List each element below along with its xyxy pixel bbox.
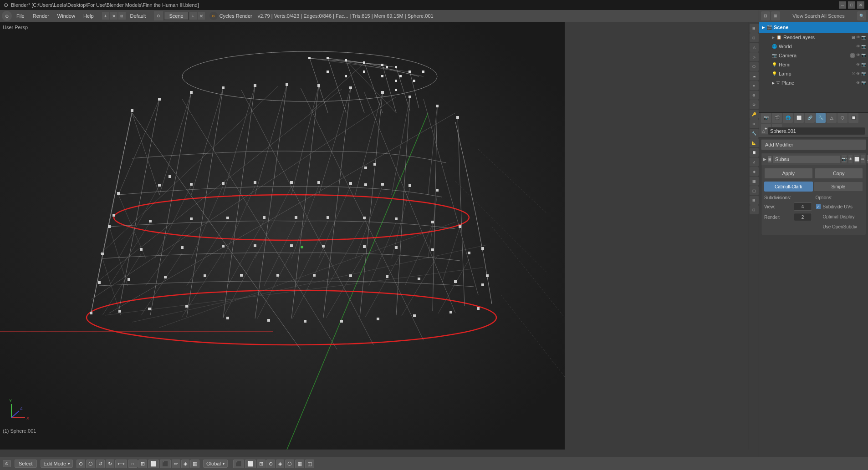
overlay-btn-1[interactable]: ⬛ bbox=[233, 460, 244, 468]
panel-search-btn[interactable]: 🔍 bbox=[857, 11, 866, 20]
panel-icon-1[interactable]: ⊟ bbox=[750, 24, 759, 33]
outliner-item-lamp[interactable]: 💡 Lamp ⚒ 👁 📷 bbox=[759, 69, 868, 78]
plane-eye[interactable]: 👁 bbox=[856, 81, 860, 85]
prop-scene-icon[interactable]: 🎬 bbox=[772, 113, 782, 123]
tool-btn-10[interactable]: ✏ bbox=[172, 460, 180, 468]
prop-object-icon[interactable]: ⬜ bbox=[794, 113, 804, 123]
tool-btn-2[interactable]: ⬡ bbox=[86, 460, 95, 468]
title-bar-controls[interactable]: ─ □ ✕ bbox=[839, 1, 864, 9]
scene-tab[interactable]: Scene bbox=[164, 12, 188, 20]
remove-screen-btn[interactable]: ✕ bbox=[110, 12, 117, 20]
tool-btn-7[interactable]: ⊞ bbox=[138, 460, 147, 468]
simple-button[interactable]: Simple bbox=[814, 182, 863, 192]
overlay-btn-8[interactable]: ◫ bbox=[305, 460, 314, 468]
lamp-render[interactable]: 📷 bbox=[861, 71, 866, 76]
renderlayers-icon2[interactable]: ⊞ bbox=[852, 35, 855, 40]
tool-btn-1[interactable]: ⊙ bbox=[77, 460, 85, 468]
outliner-item-hemi[interactable]: 💡 Hemi 👁 📷 bbox=[759, 60, 868, 69]
outliner-item-renderlayers[interactable]: ▶ 📋 RenderLayers ⊞ 👁 📷 bbox=[759, 33, 868, 42]
camera-icon2[interactable]: ⊙ bbox=[850, 53, 855, 58]
menu-window[interactable]: Window bbox=[54, 12, 79, 20]
catmull-clark-button[interactable]: Catmull-Clark bbox=[764, 182, 813, 192]
panel-icon-13[interactable]: 📐 bbox=[750, 138, 759, 147]
maximize-button[interactable]: □ bbox=[848, 1, 855, 9]
view-value-input[interactable] bbox=[794, 202, 812, 211]
tool-btn-6[interactable]: ↔ bbox=[128, 460, 138, 468]
panel-icon-9[interactable]: ⚙ bbox=[750, 100, 759, 109]
prop-constraints-icon[interactable]: 🔗 bbox=[805, 113, 815, 123]
subdivide-uvs-checkbox[interactable]: ✓ bbox=[816, 204, 821, 209]
add-modifier-button[interactable]: Add Modifier bbox=[761, 139, 866, 150]
use-opensubdiv-checkbox[interactable] bbox=[816, 224, 821, 229]
menu-help[interactable]: Help bbox=[80, 12, 97, 20]
prop-world-icon[interactable]: 🌐 bbox=[783, 113, 793, 123]
panel-icon-5[interactable]: ⬡ bbox=[750, 62, 759, 71]
copy-button[interactable]: Copy bbox=[815, 168, 863, 179]
lamp-eye[interactable]: 👁 bbox=[856, 71, 860, 76]
panel-icon-18[interactable]: ◫ bbox=[750, 186, 759, 195]
mode-dropdown[interactable]: Edit Mode ▼ bbox=[41, 460, 73, 468]
global-dropdown[interactable]: Global ▼ bbox=[203, 460, 228, 468]
panel-icon-20[interactable]: ⊟ bbox=[750, 205, 759, 214]
modifier-name-input[interactable] bbox=[773, 156, 840, 163]
screen-icon[interactable]: ⊞ bbox=[118, 12, 126, 20]
outliner-scene[interactable]: ▶ 🎬 Scene bbox=[759, 22, 868, 33]
panel-icon-8[interactable]: ⊕ bbox=[750, 91, 759, 100]
modifier-eye-btn[interactable]: 👁 bbox=[848, 155, 853, 163]
tool-btn-3[interactable]: ↺ bbox=[96, 460, 105, 468]
scene-icon[interactable]: ⊙ bbox=[154, 11, 163, 20]
overlay-btn-3[interactable]: ⊞ bbox=[257, 460, 266, 468]
prop-texture-icon[interactable]: 🔲 bbox=[848, 113, 858, 123]
plane-render[interactable]: 📷 bbox=[861, 81, 866, 85]
panel-icon-19[interactable]: ⊞ bbox=[750, 196, 759, 205]
status-icon-btn[interactable]: ⊙ bbox=[3, 460, 11, 467]
modifier-render-btn[interactable]: ⬜ bbox=[854, 155, 859, 163]
prop-data-icon[interactable]: △ bbox=[827, 113, 837, 123]
object-name-input[interactable] bbox=[768, 127, 865, 135]
minimize-button[interactable]: ─ bbox=[839, 1, 846, 9]
overlay-btn-5[interactable]: ◈ bbox=[276, 460, 284, 468]
add-screen-btn[interactable]: + bbox=[102, 12, 109, 20]
prop-modifiers-icon[interactable]: 🔧 bbox=[816, 113, 826, 123]
renderlayers-eye[interactable]: 👁 bbox=[856, 35, 860, 40]
panel-icon-10[interactable]: 🔑 bbox=[750, 110, 759, 119]
prop-material-icon[interactable]: ⬡ bbox=[837, 113, 848, 123]
panel-btn-1[interactable]: ⊟ bbox=[761, 11, 770, 20]
panel-icon-7[interactable]: ♦ bbox=[750, 81, 759, 90]
optimal-display-checkbox[interactable] bbox=[816, 214, 821, 219]
blender-icon-btn[interactable]: ⊙ bbox=[2, 11, 12, 21]
menu-render[interactable]: Render bbox=[29, 12, 53, 20]
tool-btn-8[interactable]: ⬜ bbox=[148, 460, 159, 468]
overlay-btn-2[interactable]: ⬜ bbox=[245, 460, 256, 468]
outliner-item-camera[interactable]: 📷 Camera ⊙ 👁 📷 bbox=[759, 51, 868, 60]
apply-button[interactable]: Apply bbox=[764, 168, 813, 179]
panel-icon-4[interactable]: ▷ bbox=[750, 52, 759, 61]
modifier-camera-btn[interactable]: 📷 bbox=[842, 155, 847, 163]
tool-btn-12[interactable]: ▦ bbox=[190, 460, 199, 468]
tool-btn-5[interactable]: ⟷ bbox=[115, 460, 127, 468]
lamp-icon2[interactable]: ⚒ bbox=[852, 71, 855, 76]
hemi-eye[interactable]: 👁 bbox=[856, 62, 860, 67]
panel-icon-14[interactable]: 🔲 bbox=[750, 148, 759, 157]
panel-icon-12[interactable]: 🔧 bbox=[750, 129, 759, 138]
panel-btn-2[interactable]: ⊞ bbox=[771, 11, 780, 20]
world-render[interactable]: 📷 bbox=[861, 44, 866, 49]
panel-icon-6[interactable]: ☁ bbox=[750, 71, 759, 81]
remove-scene-btn[interactable]: ✕ bbox=[198, 12, 205, 20]
panel-icon-2[interactable]: ⊞ bbox=[750, 33, 759, 42]
panel-icon-15[interactable]: ⊿ bbox=[750, 157, 759, 167]
panel-icon-11[interactable]: ⊛ bbox=[750, 119, 759, 128]
layout-label[interactable]: Default bbox=[127, 12, 150, 20]
world-eye[interactable]: 👁 bbox=[856, 44, 860, 49]
prop-render-icon[interactable]: 📷 bbox=[761, 113, 771, 123]
modifier-edit-btn[interactable]: ✏ bbox=[861, 155, 865, 163]
overlay-btn-6[interactable]: ⬡ bbox=[285, 460, 294, 468]
panel-icon-17[interactable]: ▦ bbox=[750, 177, 759, 186]
menu-file[interactable]: File bbox=[13, 12, 28, 20]
panel-icon-16[interactable]: ◈ bbox=[750, 167, 759, 176]
tool-btn-9[interactable]: ⬛ bbox=[160, 460, 171, 468]
renderlayers-render[interactable]: 📷 bbox=[861, 35, 866, 40]
add-scene-btn[interactable]: + bbox=[189, 12, 197, 20]
outliner-item-plane[interactable]: ▶ ▽ Plane 👁 📷 bbox=[759, 78, 868, 87]
modifier-expand-icon[interactable]: ▶ bbox=[763, 157, 766, 162]
